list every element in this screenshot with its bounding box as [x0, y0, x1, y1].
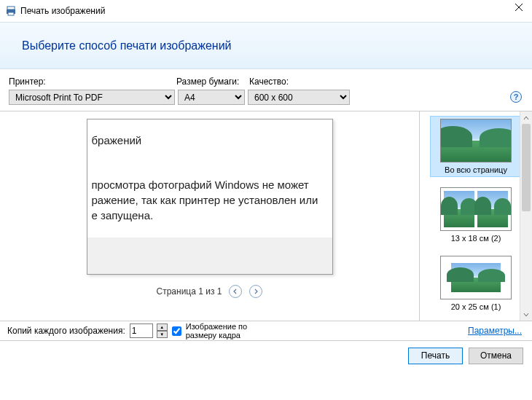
scroll-up-icon[interactable]: [520, 111, 532, 124]
layout-scrollbar[interactable]: [520, 111, 532, 321]
layout-label: Во всю страницу: [433, 165, 519, 174]
printer-select[interactable]: Microsoft Print To PDF: [9, 90, 175, 105]
preview-line: ражение, так как принтер не установлен и…: [92, 192, 328, 208]
copies-down-button[interactable]: ▼: [157, 331, 168, 338]
print-button[interactable]: Печать: [408, 348, 463, 364]
preview-line: просмотра фотографий Windows не может: [92, 177, 328, 192]
prev-page-button[interactable]: [229, 285, 242, 298]
layout-item-20x25[interactable]: 20 x 25 см (1): [430, 253, 522, 314]
window-title: Печать изображений: [20, 6, 105, 16]
copies-input[interactable]: [130, 323, 153, 338]
main-area: бражений просмотра фотографий Windows не…: [0, 111, 532, 321]
fit-checkbox[interactable]: [172, 326, 181, 336]
copies-row: Копий каждого изображения: ▲ ▼ Изображен…: [0, 321, 532, 341]
printer-app-icon: [6, 6, 16, 16]
quality-label: Качество:: [249, 77, 359, 87]
layout-label: 20 x 25 см (1): [433, 302, 519, 311]
layout-label: 13 x 18 см (2): [433, 234, 519, 243]
svg-rect-2: [8, 12, 14, 15]
quality-select[interactable]: 600 x 600: [248, 90, 350, 105]
preview-fade: [87, 238, 332, 274]
scroll-thumb[interactable]: [522, 124, 531, 211]
layout-item-13x18[interactable]: 13 x 18 см (2): [430, 184, 522, 246]
action-row: Печать Отмена: [0, 341, 532, 370]
page-preview: бражений просмотра фотографий Windows не…: [87, 119, 333, 275]
scroll-down-icon[interactable]: [520, 308, 532, 321]
headline-band: Выберите способ печати изображений: [0, 22, 532, 69]
parameters-link[interactable]: Параметры...: [468, 326, 522, 336]
preview-heading: бражений: [92, 133, 328, 148]
layout-item-full[interactable]: Во всю страницу: [430, 116, 522, 177]
printer-label: Принтер:: [9, 77, 176, 87]
close-icon[interactable]: [515, 3, 523, 12]
copies-spinner: ▲ ▼: [157, 323, 168, 338]
copies-label: Копий каждого изображения:: [7, 326, 125, 336]
layout-thumb: [440, 119, 512, 162]
paper-size-select[interactable]: A4: [178, 90, 245, 105]
pager-text: Страница 1 из 1: [157, 286, 222, 297]
page-headline: Выберите способ печати изображений: [22, 39, 232, 52]
help-icon[interactable]: ?: [510, 91, 522, 103]
cancel-button[interactable]: Отмена: [469, 348, 523, 364]
preview-line: е запущена.: [92, 208, 328, 223]
fit-label: Изображение по размеру кадра: [186, 322, 266, 340]
svg-rect-0: [7, 7, 15, 9]
layout-list: Во всю страницу 13 x 18 см (2) 20 x 25 с…: [419, 111, 532, 321]
titlebar: Печать изображений: [0, 0, 532, 22]
copies-up-button[interactable]: ▲: [157, 323, 168, 331]
print-options-row: Принтер: Размер бумаги: Качество: Micros…: [0, 69, 532, 111]
next-page-button[interactable]: [249, 285, 262, 298]
layout-thumb: [440, 187, 512, 231]
paper-size-label: Размер бумаги:: [176, 77, 249, 87]
layout-thumb: [440, 256, 512, 299]
preview-pane: бражений просмотра фотографий Windows не…: [0, 111, 419, 321]
pager-row: Страница 1 из 1: [157, 285, 263, 298]
